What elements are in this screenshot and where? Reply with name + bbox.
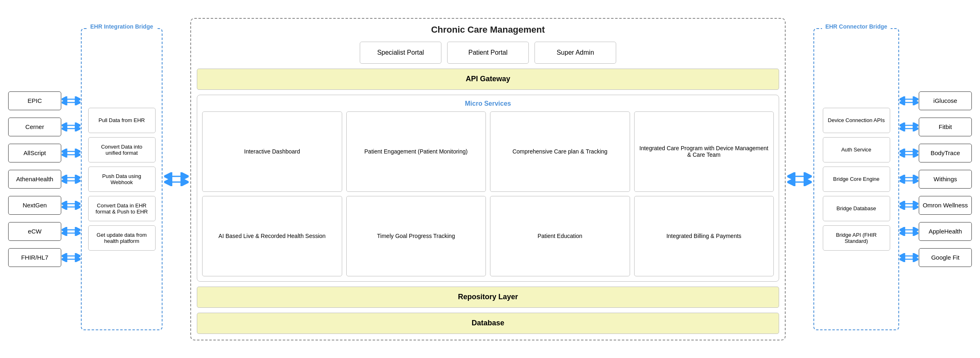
device-label-item: AppleHealth [919,222,972,241]
double-arrow [61,196,81,215]
double-arrow [899,248,919,267]
database-box: Database [197,313,779,334]
integration-bridge-item: Convert Data in EHR format & Push to EHR [88,196,156,221]
connector-bridge-item: Bridge API (FHIR Standard) [823,225,890,251]
micro-service-item: AI Based Live & Recorded Health Session [202,196,342,276]
micro-service-item: Interactive Dashboard [202,111,342,192]
device-label-item: BodyTrace [919,144,972,162]
arrow-group-left [61,91,81,267]
double-arrow [899,118,919,136]
micro-service-item: Patient Education [490,196,630,276]
repository-layer-box: Repository Layer [197,287,779,308]
ehr-label-item: eCW [8,222,61,241]
left-section: EPICCernerAllScriptAthenaHealthNextGeneC… [8,8,190,351]
ehr-label-item: Cerner [8,118,61,136]
portal-box: Specialist Portal [360,42,441,64]
double-arrow [899,222,919,241]
micro-services-grid: Interactive DashboardPatient Engagement … [202,111,774,276]
api-gateway-box: API Gateway [197,69,779,90]
double-arrow [61,170,81,189]
ehr-label-item: NextGen [8,196,61,215]
integration-bridge-item: Convert Data into unified format [88,137,156,162]
arrow-group-right [899,91,919,267]
micro-service-item: Patient Engagement (Patient Monitoring) [346,111,486,192]
double-arrow [61,144,81,162]
double-arrow [61,118,81,136]
device-labels: iGlucoseFitbitBodyTraceWithingsOmron Wel… [919,91,972,267]
double-arrow [61,248,81,267]
ehr-connector-bridge: EHR Connector Bridge Device Connection A… [813,28,899,330]
micro-services-container: Micro Services Interactive DashboardPati… [197,95,779,282]
double-arrow [899,144,919,162]
micro-services-title: Micro Services [202,100,774,107]
micro-service-item: Timely Goal Progress Tracking [346,196,486,276]
ehr-integration-bridge-title: EHR Integration Bridge [87,23,156,30]
ccm-title: Chronic Care Management [197,24,779,37]
ehr-label-item: FHIR/HL7 [8,248,61,267]
center-section: Chronic Care Management Specialist Porta… [190,18,786,340]
micro-service-item: Comprehensive Care plan & Tracking [490,111,630,192]
connector-bridge-item: Bridge Core Engine [823,167,890,192]
double-arrow [899,196,919,215]
double-arrow [899,170,919,189]
device-label-item: Omron Wellness [919,196,972,215]
ehr-label-item: AllScript [8,144,61,162]
left-center-arrow [163,8,190,351]
device-label-item: iGlucose [919,91,972,110]
double-arrow [899,91,919,110]
right-center-arrow [786,8,813,351]
double-arrow [61,222,81,241]
main-wrapper: EPICCernerAllScriptAthenaHealthNextGeneC… [8,8,972,351]
ehr-label-item: AthenaHealth [8,170,61,189]
ehr-labels: EPICCernerAllScriptAthenaHealthNextGeneC… [8,91,61,267]
device-label-item: Withings [919,170,972,189]
ehr-integration-bridge: EHR Integration Bridge Pull Data from EH… [81,28,163,330]
integration-bridge-item: Pull Data from EHR [88,108,156,133]
integration-bridge-item: Get update data from health platform [88,225,156,251]
device-label-item: Google Fit [919,248,972,267]
ehr-connector-bridge-title: EHR Connector Bridge [822,23,891,30]
portal-row: Specialist PortalPatient PortalSuper Adm… [197,42,779,64]
integration-bridge-item: Push Data using Webhook [88,167,156,192]
micro-service-item: Integrated Care Program with Device Mana… [634,111,774,192]
double-arrow [61,91,81,110]
portal-box: Patient Portal [447,42,529,64]
connector-bridge-item: Auth Service [823,137,890,162]
connector-bridge-item: Bridge Database [823,196,890,221]
connector-bridge-item: Device Connection APIs [823,108,890,133]
device-label-item: Fitbit [919,118,972,136]
micro-service-item: Integrated Billing & Payments [634,196,774,276]
right-section: EHR Connector Bridge Device Connection A… [813,8,972,351]
portal-box: Super Admin [535,42,616,64]
ehr-label-item: EPIC [8,91,61,110]
